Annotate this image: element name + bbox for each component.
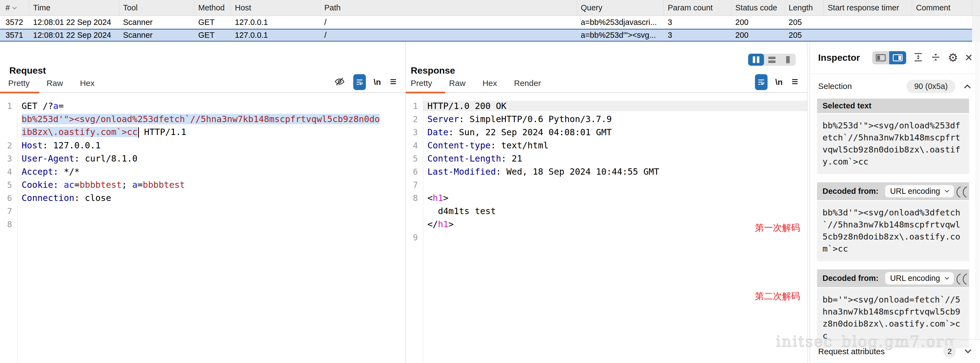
show-newlines-icon[interactable]: \n bbox=[374, 77, 381, 87]
decoded-from-card: Decoded from: URL encoding bb='"><svg/on… bbox=[817, 269, 969, 348]
logger-table: # Time Tool Method Host Path Query Param… bbox=[0, 0, 980, 42]
expand-all-icon[interactable] bbox=[913, 52, 924, 64]
column-header-status-code[interactable]: Status code bbox=[732, 0, 785, 16]
show-newlines-icon[interactable]: \n bbox=[775, 77, 783, 87]
code-text: ib8zx\.oastify.com`>cc HTTP/1.1 bbox=[18, 127, 406, 138]
cell-id: 3572 bbox=[0, 16, 29, 29]
word-wrap-icon[interactable] bbox=[755, 74, 768, 90]
code-segment: a bbox=[53, 101, 59, 111]
column-header-comment[interactable]: Comment bbox=[912, 0, 972, 16]
tab-raw[interactable]: Raw bbox=[46, 78, 63, 92]
code-segment: : bbox=[501, 153, 512, 164]
tab-render[interactable]: Render bbox=[514, 78, 541, 92]
encoding-select[interactable]: URL encoding bbox=[885, 185, 954, 197]
menu-icon[interactable] bbox=[388, 77, 398, 87]
column-header-param-count[interactable]: Param count bbox=[664, 0, 732, 16]
line-number: 7 bbox=[406, 180, 418, 190]
table-scrollbar[interactable] bbox=[972, 16, 980, 29]
encoding-select[interactable]: URL encoding bbox=[885, 272, 954, 285]
line-number: 7 bbox=[0, 206, 12, 216]
tab-raw[interactable]: Raw bbox=[449, 78, 465, 92]
tab-pretty[interactable]: Pretty bbox=[8, 78, 30, 92]
cell-status-code: 200 bbox=[732, 16, 785, 29]
code-segment: h1 bbox=[433, 193, 443, 203]
line-number: 3 bbox=[406, 128, 418, 137]
decoded-value[interactable]: bb='"><svg/onload=fetch`//5hna3nw7kb148m… bbox=[817, 288, 969, 348]
request-editor[interactable]: 1GET /?a=bb%253d'"><svg/onload%253dfetch… bbox=[0, 93, 406, 363]
code-segment: > bbox=[449, 219, 453, 229]
column-header-host[interactable]: Host bbox=[231, 0, 320, 16]
code-segment: = bbox=[59, 101, 64, 111]
cell-time: 12:08:01 22 Sep 2024 bbox=[29, 29, 119, 42]
single-layout-icon[interactable] bbox=[780, 54, 796, 66]
columns-layout-icon[interactable] bbox=[748, 54, 764, 66]
request-attributes-label: Request attributes bbox=[818, 347, 885, 356]
selection-length-badge: 90 (0x5a) bbox=[907, 80, 955, 93]
tab-pretty[interactable]: Pretty bbox=[411, 78, 432, 92]
code-segment: : bbox=[53, 166, 64, 177]
cell-timer bbox=[824, 29, 912, 42]
code-text: User-Agent: curl/8.1.0 bbox=[18, 153, 406, 164]
request-attributes-section[interactable]: Request attributes 2 bbox=[810, 339, 980, 363]
code-line: 5Cookie: ac=bbbbtest; a=bbbbtest bbox=[0, 178, 406, 191]
code-line: </h1> bbox=[406, 217, 807, 231]
code-text: d4m1ts test bbox=[423, 206, 807, 216]
line-number: 6 bbox=[406, 167, 418, 177]
code-text: Content-type: text/html bbox=[423, 140, 807, 150]
column-header-tool[interactable]: Tool bbox=[119, 0, 194, 16]
selected-text-value[interactable]: bb%253d'"><svg/onload%253dfetch`//5hna3n… bbox=[817, 114, 969, 174]
code-segment: HTTP/1.0 200 OK bbox=[427, 101, 506, 111]
rows-layout-icon[interactable] bbox=[764, 54, 780, 66]
tab-hex[interactable]: Hex bbox=[80, 78, 94, 92]
code-segment: : bbox=[459, 114, 470, 124]
tab-hex[interactable]: Hex bbox=[482, 78, 497, 92]
table-scrollbar[interactable] bbox=[972, 0, 980, 16]
code-segment: : bbox=[496, 166, 506, 177]
clipped-action-icons[interactable] bbox=[956, 185, 967, 197]
code-text: Connection: close bbox=[18, 193, 406, 203]
inspector-scrollbar[interactable] bbox=[975, 42, 980, 339]
table-scrollbar[interactable] bbox=[972, 29, 980, 42]
menu-icon[interactable] bbox=[790, 77, 800, 87]
decoded-value[interactable]: bb%3d'"><svg/onload%3dfetch`//5hna3nw7kb… bbox=[817, 201, 969, 261]
code-segment: User-Agent bbox=[22, 153, 75, 164]
code-segment: Accept bbox=[22, 166, 53, 177]
line-number: 6 bbox=[0, 193, 12, 203]
word-wrap-icon[interactable] bbox=[353, 74, 366, 90]
line-number: 5 bbox=[406, 154, 418, 163]
chevron-down-icon bbox=[944, 277, 950, 280]
dock-left-icon[interactable] bbox=[872, 51, 889, 64]
pane-splitter[interactable] bbox=[807, 42, 810, 363]
code-line: d4m1ts test bbox=[406, 205, 807, 217]
collapse-all-icon[interactable] bbox=[930, 52, 941, 64]
close-icon[interactable]: ✕ bbox=[965, 53, 973, 63]
code-segment: curl/8.1.0 bbox=[85, 153, 138, 164]
table-row-selected[interactable]: 3571 12:08:01 22 Sep 2024 Scanner GET 12… bbox=[0, 29, 980, 42]
code-segment: Content-Length bbox=[427, 153, 501, 164]
chevron-up-icon[interactable] bbox=[963, 83, 972, 89]
table-row[interactable]: 3572 12:08:01 22 Sep 2024 Scanner GET 12… bbox=[0, 16, 980, 29]
line-number: 1 bbox=[406, 101, 418, 111]
decoded-from-card: Decoded from: URL encoding bb%3d'"><svg/… bbox=[817, 182, 969, 261]
gear-icon[interactable]: ⚙ bbox=[948, 52, 958, 64]
code-line: ib8zx\.oastify.com`>cc HTTP/1.1 bbox=[0, 126, 406, 139]
column-header-length[interactable]: Length bbox=[785, 0, 824, 16]
cell-method: GET bbox=[194, 16, 231, 29]
clipped-action-icons[interactable] bbox=[956, 272, 967, 285]
code-segment: Wed, 18 Sep 2024 10:44:55 GMT bbox=[506, 166, 659, 177]
column-header-start-response-timer[interactable]: Start response timer bbox=[824, 0, 912, 16]
code-text: HTTP/1.0 200 OK bbox=[423, 101, 807, 111]
column-header-label: # bbox=[5, 3, 10, 12]
eye-hidden-icon[interactable] bbox=[334, 77, 345, 88]
column-header-number[interactable]: # bbox=[0, 0, 29, 16]
chevron-down-icon[interactable] bbox=[964, 349, 972, 355]
dock-right-icon[interactable] bbox=[889, 51, 906, 64]
inspector-title: Inspector bbox=[818, 52, 860, 63]
code-segment: ac bbox=[64, 179, 75, 190]
column-header-path[interactable]: Path bbox=[320, 0, 577, 16]
column-header-time[interactable]: Time bbox=[29, 0, 119, 16]
response-editor[interactable]: 1HTTP/1.0 200 OK2Server: SimpleHTTP/0.6 … bbox=[406, 93, 807, 363]
column-header-query[interactable]: Query bbox=[577, 0, 664, 16]
column-header-method[interactable]: Method bbox=[194, 0, 231, 16]
code-segment: ib8zx\.oastify.com`>cc bbox=[22, 127, 138, 137]
